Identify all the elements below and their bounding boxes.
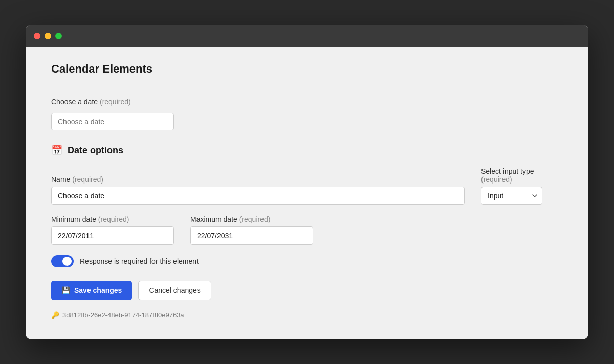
uuid-row: 🔑 3d812ffb-26e2-48eb-9174-187f80e9763a [51, 311, 563, 319]
cancel-button[interactable]: Cancel changes [138, 281, 211, 300]
name-row: Name (required) Select input type (requi… [51, 167, 563, 205]
date-range-row: Minimum date (required) Maximum date (re… [51, 215, 563, 245]
save-button-label: Save changes [74, 286, 122, 294]
divider [51, 85, 563, 85]
choose-date-label: Choose a date (required) [51, 98, 563, 106]
save-icon: 💾 [61, 286, 70, 294]
key-icon: 🔑 [51, 311, 59, 319]
maximize-button[interactable] [55, 33, 62, 39]
choose-date-required: (required) [100, 98, 131, 106]
select-input-type[interactable]: Input Picker [481, 187, 542, 205]
page-title: Calendar Elements [51, 62, 563, 76]
calendar-icon: 📅 [51, 145, 62, 156]
choose-date-group: Choose a date (required) [51, 98, 563, 145]
section-header: 📅 Date options [51, 145, 563, 156]
max-date-group: Maximum date (required) [190, 215, 313, 245]
toggle-row: Response is required for this element [51, 255, 563, 267]
name-group: Name (required) [51, 175, 465, 205]
max-date-label: Maximum date (required) [190, 215, 313, 223]
choose-date-input[interactable] [51, 113, 174, 130]
cancel-button-label: Cancel changes [149, 286, 200, 294]
name-input[interactable] [51, 187, 465, 205]
name-label: Name (required) [51, 175, 465, 184]
save-button[interactable]: 💾 Save changes [51, 281, 132, 300]
app-window: Calendar Elements Choose a date (require… [26, 25, 588, 339]
minimize-button[interactable] [45, 33, 51, 39]
min-date-input[interactable] [51, 226, 174, 245]
toggle-label: Response is required for this element [80, 257, 199, 265]
buttons-row: 💾 Save changes Cancel changes [51, 281, 563, 300]
max-date-input[interactable] [190, 226, 313, 245]
select-input-group: Select input type (required) Input Picke… [481, 167, 563, 205]
main-content: Calendar Elements Choose a date (require… [26, 47, 588, 339]
toggle-slider [51, 255, 74, 267]
required-toggle[interactable] [51, 255, 74, 267]
select-input-label: Select input type (required) [481, 167, 563, 184]
min-date-group: Minimum date (required) [51, 215, 174, 245]
section-title: Date options [68, 145, 123, 156]
titlebar [26, 25, 588, 47]
uuid-text: 3d812ffb-26e2-48eb-9174-187f80e9763a [62, 311, 184, 319]
close-button[interactable] [34, 33, 40, 39]
min-date-label: Minimum date (required) [51, 215, 174, 223]
